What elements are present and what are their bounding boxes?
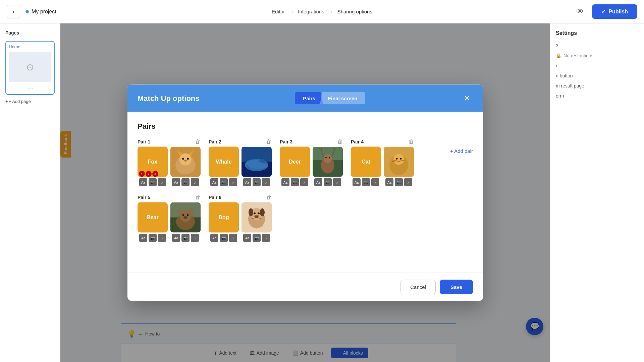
pair-3-right-image-tool[interactable]: 📷 [324, 178, 332, 186]
svg-point-42 [260, 208, 265, 217]
pair-3-right-card[interactable]: Aa 📷 ♪ [313, 147, 343, 186]
pair-1-delete-button[interactable]: 🗑 [195, 139, 201, 145]
svg-point-6 [187, 158, 189, 160]
badge-2: 2 [146, 171, 152, 177]
publish-button[interactable]: ✓ Publish [592, 4, 637, 19]
tab-final-screen[interactable]: Final screen [320, 92, 366, 105]
pair-2-right-text-tool[interactable]: Aa [243, 178, 251, 186]
pair-6-right-toolbar: Aa 📷 ♪ [241, 234, 272, 242]
pair-1-left-image-tool[interactable]: 📷 [149, 178, 157, 186]
sidebar: Pages Home ⊙ ⋯ + + Add page [0, 23, 60, 362]
pair-3-left-text-tool[interactable]: Aa [281, 178, 289, 186]
pair-3-left-card[interactable]: Deer Aa 📷 ♪ [280, 147, 310, 186]
pair-2-right-card[interactable]: Aa 📷 ♪ [241, 147, 272, 186]
pair-6-left-music-tool[interactable]: ♪ [229, 234, 237, 242]
pair-5-left-music-tool[interactable]: ♪ [158, 234, 166, 242]
pair-6-delete-button[interactable]: 🗑 [266, 194, 272, 200]
pair-1-left-toolbar: Aa 📷 ♪ [138, 178, 168, 186]
pair-6-dog-image [241, 202, 272, 233]
pair-2-left-text-tool[interactable]: Aa [210, 178, 218, 186]
pair-4-label: Pair 4 [351, 139, 364, 144]
add-pair-button[interactable]: + Add pair [450, 148, 473, 154]
pair-2-left-image-tool[interactable]: 📷 [220, 178, 228, 186]
right-panel-item-form[interactable]: orm [556, 93, 639, 99]
svg-point-41 [249, 208, 253, 217]
right-panel-item-r[interactable]: r [556, 63, 639, 68]
pair-3-left-image-tool[interactable]: 📷 [291, 178, 299, 186]
eye-icon: 👁 [576, 7, 584, 16]
back-button[interactable]: ‹ [7, 5, 20, 18]
pair-3-right-music-tool[interactable]: ♪ [333, 178, 341, 186]
pair-6-right-card[interactable]: Aa 📷 ♪ [241, 202, 272, 242]
pair-4-left-image-tool[interactable]: 📷 [362, 178, 370, 186]
pair-2-left-music-tool[interactable]: ♪ [229, 178, 237, 186]
pair-1-left-music-tool[interactable]: ♪ [158, 178, 166, 186]
svg-point-34 [182, 214, 184, 216]
sidebar-page-home-thumb: ⊙ [9, 52, 51, 82]
pair-1-right-image-tool[interactable]: 📷 [181, 178, 190, 186]
svg-point-23 [396, 158, 398, 160]
pair-5-left-text-tool[interactable]: Aa [139, 234, 147, 242]
svg-point-32 [178, 209, 183, 215]
pair-3-right-text-tool[interactable]: Aa [314, 178, 322, 186]
sidebar-page-home-menu[interactable]: ⋯ [9, 84, 51, 92]
right-panel-item-button[interactable]: n button [556, 73, 639, 78]
save-button[interactable]: Save [440, 280, 473, 294]
pair-3-left-music-tool[interactable]: ♪ [300, 178, 308, 186]
pair-3-deer-label: Deer [280, 147, 310, 177]
pair-1-left-card[interactable]: Fox Aa 📷 ♪ 1 2 3 [138, 147, 168, 186]
pair-6-left-image-tool[interactable]: 📷 [220, 234, 228, 242]
pair-2-delete-button[interactable]: 🗑 [266, 139, 272, 145]
pair-5-right-music-tool[interactable]: ♪ [191, 234, 199, 242]
pair-4-left-music-tool[interactable]: ♪ [371, 178, 379, 186]
right-panel-item-3[interactable]: 3 [556, 43, 639, 48]
pair-1-left-text-tool[interactable]: Aa [139, 178, 147, 186]
pair-4-right-music-tool[interactable]: ♪ [404, 178, 412, 186]
pair-6-left-card[interactable]: Dog Aa 📷 ♪ [209, 202, 239, 242]
cancel-button[interactable]: Cancel [400, 280, 436, 294]
pair-4-right-text-tool[interactable]: Aa [385, 178, 393, 186]
pair-4-left-text-tool[interactable]: Aa [353, 178, 361, 186]
badge-3: 3 [152, 171, 158, 177]
pair-6: Pair 6 🗑 Dog Aa 📷 ♪ [209, 194, 272, 242]
pair-6-left-text-tool[interactable]: Aa [210, 234, 218, 242]
pair-4-right-image-tool[interactable]: 📷 [395, 178, 403, 186]
pair-1-right-card[interactable]: Aa 📷 ♪ [170, 147, 201, 186]
svg-point-33 [188, 209, 193, 215]
pair-4-right-card[interactable]: Aa 📷 ♪ [384, 147, 414, 186]
pair-1-fox-image [170, 147, 201, 177]
add-page-icon: + [5, 99, 8, 104]
pair-4-delete-button[interactable]: 🗑 [409, 139, 414, 145]
pair-1-right-text-tool[interactable]: Aa [172, 178, 180, 186]
pair-4-left-card[interactable]: Cat Aa 📷 ♪ [351, 147, 381, 186]
pair-5-left-image-tool[interactable]: 📷 [149, 234, 157, 242]
pair-1-right-music-tool[interactable]: ♪ [191, 178, 199, 186]
pair-5-right-text-tool[interactable]: Aa [172, 234, 180, 242]
modal-tabs: Pairs Final screen [295, 92, 365, 105]
add-page-button[interactable]: + + Add page [5, 99, 55, 104]
nav-editor[interactable]: Editor [272, 9, 285, 14]
pair-5-right-card[interactable]: Aa 📷 ♪ [170, 202, 201, 242]
pair-2-right-music-tool[interactable]: ♪ [262, 178, 270, 186]
right-panel-no-restrictions[interactable]: 🔒 No restrictions [556, 53, 639, 58]
tab-pairs[interactable]: Pairs [295, 92, 323, 105]
right-panel-item-result[interactable]: m result page [556, 83, 639, 88]
pair-5-delete-button[interactable]: 🗑 [195, 194, 201, 200]
preview-button[interactable]: 👁 [573, 5, 587, 18]
pair-5-left-card[interactable]: Bear Aa 📷 ♪ [138, 202, 168, 242]
pair-6-right-music-tool[interactable]: ♪ [262, 234, 270, 242]
pair-3-delete-button[interactable]: 🗑 [337, 139, 343, 145]
pair-2-left-card[interactable]: Whale Aa 📷 ♪ [209, 147, 239, 186]
pair-2-right-image-tool[interactable]: 📷 [253, 178, 261, 186]
modal-close-button[interactable]: ✕ [461, 92, 473, 104]
nav-sharing-options[interactable]: Sharing options [337, 9, 372, 14]
pair-4: Pair 4 🗑 Cat Aa 📷 ♪ [351, 139, 414, 186]
svg-point-20 [393, 154, 404, 165]
pair-5-right-toolbar: Aa 📷 ♪ [170, 234, 201, 242]
pair-6-right-image-tool[interactable]: 📷 [253, 234, 261, 242]
pair-6-right-text-tool[interactable]: Aa [243, 234, 251, 242]
pair-2-whale-label: Whale [209, 147, 239, 177]
pair-5-right-image-tool[interactable]: 📷 [181, 234, 190, 242]
nav-integrations[interactable]: Integrations [298, 9, 324, 14]
sidebar-page-home[interactable]: Home ⊙ ⋯ [5, 41, 55, 95]
